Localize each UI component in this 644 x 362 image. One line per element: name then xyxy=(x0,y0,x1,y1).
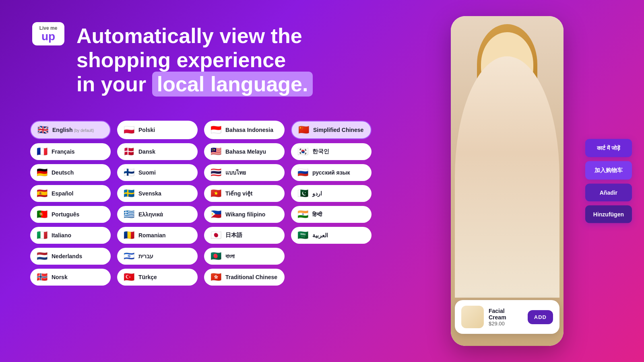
lang-label: Ελληνικά xyxy=(138,211,163,218)
lang-label: Türkçe xyxy=(138,274,157,280)
flag-icon: 🇫🇷 xyxy=(37,147,47,156)
flag-icon: 🇮🇹 xyxy=(37,231,47,240)
phone-frame: Facial Cream $29.00 ADD xyxy=(451,16,564,346)
lang-item-romanian[interactable]: 🇷🇴Romanian xyxy=(117,227,198,244)
lang-item-แบบไทย[interactable]: 🇹🇭แบบไทย xyxy=(204,164,285,181)
side-button-german[interactable]: Hinzufügen xyxy=(585,206,632,223)
lang-item-العربية[interactable]: 🇸🇦العربية xyxy=(291,227,372,244)
lang-item-español[interactable]: 🇪🇸Español xyxy=(30,185,111,202)
flag-icon: 🇷🇴 xyxy=(124,231,134,240)
flag-icon: 🇨🇳 xyxy=(298,125,309,134)
lang-label: Tiếng việt xyxy=(225,190,253,197)
lang-label: 한국인 xyxy=(312,148,329,155)
lang-item-हिन्दी[interactable]: 🇮🇳हिन्दी xyxy=(291,206,372,223)
add-to-cart-button[interactable]: ADD xyxy=(528,310,553,324)
lang-item-ελληνικά[interactable]: 🇬🇷Ελληνικά xyxy=(117,206,198,223)
lang-item-tiếng-việt[interactable]: 🇻🇳Tiếng việt xyxy=(204,185,285,202)
lang-label: Suomi xyxy=(138,169,156,176)
lang-label: বাংলা xyxy=(225,253,235,260)
lang-item-bahasa-melayu[interactable]: 🇲🇾Bahasa Melayu xyxy=(204,143,285,160)
flag-icon: 🇳🇱 xyxy=(37,252,47,261)
side-button-chinese[interactable]: 加入购物车 xyxy=(585,161,632,180)
lang-item-polski[interactable]: 🇵🇱Polski xyxy=(117,121,198,139)
side-button-hindi[interactable]: कार्ट में जोड़ें xyxy=(585,139,632,157)
lang-label: Polski xyxy=(138,127,155,133)
lang-label: 日本語 xyxy=(225,232,242,239)
lang-label: עברית xyxy=(138,253,153,259)
lang-label: English (by default) xyxy=(52,127,94,133)
lang-item-বাংলা[interactable]: 🇧🇩বাংলা xyxy=(204,248,285,265)
lang-label: Romanian xyxy=(138,232,166,239)
flag-icon: 🇮🇳 xyxy=(297,210,308,219)
flag-icon: 🇹🇭 xyxy=(211,168,221,177)
lang-label: Norsk xyxy=(52,274,68,280)
lang-item-עברית[interactable]: 🇮🇱עברית xyxy=(117,248,198,265)
lang-item-bahasa-indonesia[interactable]: 🇮🇩Bahasa Indonesia xyxy=(204,121,285,139)
lang-item-suomi[interactable]: 🇫🇮Suomi xyxy=(117,164,198,181)
lang-item-norsk[interactable]: 🇳🇴Norsk xyxy=(30,269,111,286)
flag-icon: 🇲🇾 xyxy=(211,147,221,156)
product-name: Facial Cream xyxy=(489,308,523,321)
flag-icon: 🇰🇷 xyxy=(297,147,308,156)
lang-label: Svenska xyxy=(138,190,161,197)
flag-icon: 🇮🇩 xyxy=(211,125,221,134)
lang-label: Español xyxy=(52,190,73,197)
flag-icon: 🇫🇮 xyxy=(124,168,134,177)
lang-item-dansk[interactable]: 🇩🇰Dansk xyxy=(117,143,198,160)
product-price: $29.00 xyxy=(489,321,523,327)
lang-item-français[interactable]: 🇫🇷Français xyxy=(30,143,111,160)
lang-label: اردو xyxy=(312,190,322,197)
lang-item-svenska[interactable]: 🇸🇪Svenska xyxy=(117,185,198,202)
flag-icon: 🇹🇷 xyxy=(124,273,134,282)
flag-icon: 🇪🇸 xyxy=(37,189,47,198)
lang-label: Deutsch xyxy=(52,169,74,176)
lang-item-simplified-chinese[interactable]: 🇨🇳Simplified Chinese xyxy=(291,121,372,139)
lang-label: Wikang filipino xyxy=(225,211,265,218)
lang-item-deutsch[interactable]: 🇩🇪Deutsch xyxy=(30,164,111,181)
side-buttons-panel: कार्ट में जोड़ें加入购物车AñadirHinzufügen xyxy=(585,139,632,223)
flag-icon: 🇯🇵 xyxy=(211,231,221,240)
lang-item-日本語[interactable]: 🇯🇵日本語 xyxy=(204,227,285,244)
flag-icon: 🇮🇱 xyxy=(124,252,134,261)
lang-item-wikang-filipino[interactable]: 🇵🇭Wikang filipino xyxy=(204,206,285,223)
lang-label: हिन्दी xyxy=(312,211,322,218)
flag-icon: 🇳🇴 xyxy=(37,273,47,282)
lang-label: Bahasa Melayu xyxy=(225,148,266,155)
lang-item-nederlands[interactable]: 🇳🇱Nederlands xyxy=(30,248,111,265)
logo-text-up: up xyxy=(41,31,55,42)
lang-item-english[interactable]: 🇬🇧English (by default) xyxy=(30,121,111,139)
product-thumbnail xyxy=(461,306,484,328)
lang-item-اردو[interactable]: 🇵🇰اردو xyxy=(291,185,372,202)
lang-item-traditional-chinese[interactable]: 🇭🇰Traditional Chinese xyxy=(204,269,285,286)
woman-body xyxy=(455,56,559,298)
flag-icon: 🇵🇹 xyxy=(37,210,47,219)
lang-label: Traditional Chinese xyxy=(225,274,277,280)
lang-item-русский-язык[interactable]: 🇷🇺русский язык xyxy=(291,164,372,181)
flag-icon: 🇷🇺 xyxy=(297,168,308,177)
flag-icon: 🇧🇩 xyxy=(211,252,221,261)
flag-icon: 🇵🇭 xyxy=(211,210,221,219)
flag-icon: 🇩🇪 xyxy=(37,168,47,177)
flag-icon: 🇻🇳 xyxy=(211,189,221,198)
side-button-spanish[interactable]: Añadir xyxy=(585,184,632,202)
logo: Live me up xyxy=(32,22,64,45)
product-info: Facial Cream $29.00 xyxy=(489,308,523,327)
lang-label: العربية xyxy=(312,232,328,239)
lang-label: Bahasa Indonesia xyxy=(225,127,273,133)
lang-item-português[interactable]: 🇵🇹Português xyxy=(30,206,111,223)
lang-item-한국인[interactable]: 🇰🇷한국인 xyxy=(291,143,372,160)
lang-item-italiano[interactable]: 🇮🇹Italiano xyxy=(30,227,111,244)
flag-icon: 🇬🇷 xyxy=(124,210,134,219)
lang-label: Dansk xyxy=(138,148,155,155)
lang-label: Italiano xyxy=(52,232,71,239)
flag-icon: 🇩🇰 xyxy=(124,147,134,156)
hero-heading: Automatically view the shopping experien… xyxy=(76,24,350,96)
phone-image xyxy=(451,16,564,346)
flag-icon: 🇸🇦 xyxy=(297,231,308,240)
lang-label: Português xyxy=(52,211,79,218)
hero-highlight: local language. xyxy=(152,72,313,97)
lang-label: Nederlands xyxy=(52,253,82,259)
lang-item-türkçe[interactable]: 🇹🇷Türkçe xyxy=(117,269,198,286)
flag-icon: 🇭🇰 xyxy=(211,273,221,282)
flag-icon: 🇵🇱 xyxy=(124,125,134,134)
